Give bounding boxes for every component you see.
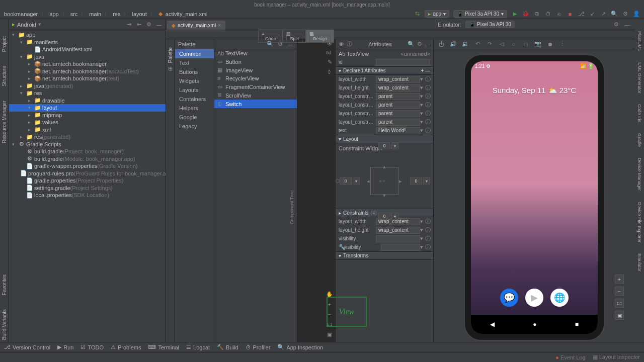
palette-item[interactable]: ▭FragmentContainerView <box>214 82 297 91</box>
id-field[interactable] <box>376 59 430 66</box>
avatar[interactable]: 👤 <box>633 11 640 18</box>
info-icon[interactable]: ⓘ <box>346 41 353 48</box>
palette-category[interactable]: Legacy <box>175 122 214 131</box>
bottom-tab[interactable]: ⏱Profiler <box>246 344 271 350</box>
emulator-settings-icon[interactable]: ⚙ <box>613 21 620 28</box>
project-view-selector[interactable]: Android <box>17 22 36 28</box>
build-variants-tab[interactable]: Build Variants <box>1 307 8 342</box>
bottom-tab[interactable]: ⚠Problems <box>111 344 141 350</box>
stop-icon[interactable]: ■ <box>567 11 574 18</box>
run-config-selector[interactable]: ▸app▾ <box>425 10 449 18</box>
attr-value-field[interactable] <box>376 235 420 242</box>
attr-value-field[interactable]: parent <box>376 102 420 109</box>
constraint-widget[interactable]: ▴ ▾ ◂ ▸ » « 0 ▾ 0 ▾ 0 ▾ 0 ▾ <box>336 153 433 209</box>
nav-overview-icon[interactable]: ■ <box>575 321 579 328</box>
screenshot-icon[interactable]: 📷 <box>534 41 541 48</box>
options-icon[interactable]: ⚙ <box>145 21 152 28</box>
attr-value-field[interactable]: wrap_content <box>376 76 420 83</box>
close-icon[interactable]: × <box>218 23 221 28</box>
profile-icon[interactable]: ⏱ <box>544 11 551 18</box>
attr-value-field[interactable]: wrap_content <box>376 84 420 92</box>
tree-row[interactable]: 📄gradle-wrapper.properties (Gradle Versi… <box>9 162 166 170</box>
component-tree-label[interactable]: Component Tree <box>289 191 294 224</box>
tree-row[interactable]: ▸📁res (generated) <box>9 133 166 141</box>
phone-screen[interactable]: 1:21 ⚙ 📶 🔋 Sunday, Sep 11 ⛅ 23°C 💬 ▶ 🌐 G <box>471 61 598 334</box>
attr-value-field[interactable]: wrap_content <box>376 227 420 234</box>
palette-item[interactable]: ▦ImageView <box>214 66 297 74</box>
tree-row[interactable]: 📄gradle.properties (Project Properties) <box>9 177 166 185</box>
git-pull-icon[interactable]: ↙ <box>589 11 596 18</box>
favorites-tab[interactable]: Favorites <box>1 273 8 297</box>
project-tab[interactable]: Project <box>1 34 8 54</box>
tree-row[interactable]: ▸📁drawable <box>9 97 166 105</box>
tree-row[interactable]: 📄local.properties (SDK Location) <box>9 192 166 199</box>
emu-zoom-fit[interactable]: 1:1 <box>615 299 624 308</box>
tree-row[interactable]: ▸📁java (generated) <box>9 82 166 90</box>
tree-row[interactable]: ▾📁manifests <box>9 39 166 46</box>
right-tab[interactable]: Device File Explorer <box>636 200 643 245</box>
palette-category[interactable]: Common <box>175 49 214 58</box>
hide-icon[interactable]: — <box>155 21 163 28</box>
tree-row[interactable]: ▸📦net.larntech.bookmanager <box>9 60 166 68</box>
tree-row[interactable]: ⚙build.gradle (Project: book_manager) <box>9 148 166 155</box>
back-icon[interactable]: ◁ <box>498 41 505 48</box>
tree-row[interactable]: ⚙build.gradle (Module: book_manager.app) <box>9 155 166 163</box>
design-canvas[interactable]: 👁 0d ✎ ⧲ ≡ Code ▥ Split ▦ Design ✋ + − 1… <box>297 39 336 342</box>
right-tab[interactable]: UML Generator <box>636 60 643 96</box>
volume-down-icon[interactable]: 🔉 <box>462 41 469 48</box>
palette-category[interactable]: Text <box>175 58 214 67</box>
right-tab[interactable]: Device Manager <box>636 156 643 193</box>
tree-row[interactable]: ▸📁mipmap <box>9 112 166 119</box>
overview-icon[interactable]: □ <box>522 41 529 48</box>
rotate-left-icon[interactable]: ↶ <box>474 41 481 48</box>
coverage-icon[interactable]: ⧉ <box>533 11 540 18</box>
palette-category[interactable]: Buttons <box>175 67 214 76</box>
tree-row[interactable]: ▾⚙Gradle Scripts <box>9 141 166 148</box>
attr-search-icon[interactable]: 🔍 <box>408 41 415 48</box>
right-tab[interactable]: PlantUML <box>636 29 643 53</box>
tree-row[interactable]: ▾📁res <box>9 89 166 97</box>
palette-category[interactable]: Widgets <box>175 76 214 85</box>
code-mode[interactable]: ≡ Code <box>258 30 283 43</box>
wand-icon[interactable]: ✎ <box>326 58 333 65</box>
tree-row[interactable]: 📄proguard-rules.pro (ProGuard Rules for … <box>9 170 166 177</box>
git-icon[interactable]: ⎇ <box>578 11 585 18</box>
bottom-tab[interactable]: 🔨Build <box>217 344 238 350</box>
attr-value-field[interactable] <box>381 244 420 251</box>
more-icon[interactable]: ⋮ <box>558 41 566 48</box>
breadcrumb[interactable]: bookmanager〉app〉src〉main〉res〉layout〉◆ ac… <box>0 10 208 18</box>
volume-up-icon[interactable]: 🔊 <box>450 41 457 48</box>
layout-section[interactable]: Layout <box>343 136 358 142</box>
sync-icon[interactable]: ⇆ <box>414 11 421 18</box>
split-mode[interactable]: ▥ Split <box>283 30 306 43</box>
layout-inspector-tab[interactable]: ▦ Layout Inspector <box>593 354 640 360</box>
git-push-icon[interactable]: ↗ <box>600 11 607 18</box>
right-tab[interactable]: Gradle <box>636 131 643 149</box>
palette-item[interactable]: ▭Button <box>214 57 297 66</box>
power-icon[interactable]: ⏻ <box>438 41 445 48</box>
bottom-tab[interactable]: ☑TODO <box>80 344 104 350</box>
settings-icon[interactable]: ⚙ <box>622 11 629 18</box>
attr-value-field[interactable]: Hello World! <box>376 127 420 134</box>
attr-value-field[interactable]: parent <box>376 119 420 126</box>
tree-row[interactable]: 📄AndroidManifest.xml <box>9 46 166 53</box>
right-tab[interactable]: Code Iris <box>636 102 643 124</box>
file-tab[interactable]: ◆ activity_main.xml × <box>167 21 225 30</box>
palette-category[interactable]: Containers <box>175 95 214 104</box>
attr-value-field[interactable]: parent <box>376 93 420 100</box>
right-tab[interactable]: Emulator <box>636 251 643 274</box>
emulator-hide-icon[interactable]: — <box>624 21 631 28</box>
view-preview[interactable]: View <box>327 297 367 327</box>
attr-value-field[interactable]: parent <box>376 110 420 117</box>
emu-zoom-out[interactable]: − <box>615 287 624 296</box>
tree-row[interactable]: ▸📦net.larntech.bookmanager (test) <box>9 75 166 82</box>
tree-row[interactable]: ▾📁app <box>9 31 166 39</box>
bottom-tab[interactable]: ⎇Version Control <box>4 344 50 350</box>
attr-gear-icon[interactable]: ⚙ <box>416 41 423 48</box>
palette-item[interactable]: ≣ScrollView <box>214 91 297 100</box>
debug-icon[interactable]: 🐞 <box>522 11 529 18</box>
design-mode[interactable]: ▦ Design <box>306 30 334 43</box>
emu-zoom-in[interactable]: + <box>615 275 624 284</box>
transforms-section[interactable]: Transforms <box>343 253 368 258</box>
bottom-tab[interactable]: 🔍App Inspection <box>277 344 323 350</box>
